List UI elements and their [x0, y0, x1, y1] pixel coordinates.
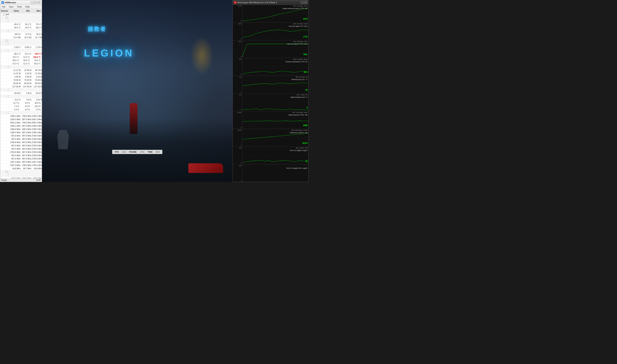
table-row[interactable]: Power Max (PL1) 70.00 W 70.00 W 70.00 W — [0, 78, 42, 82]
expand-icon[interactable]: - — [8, 30, 9, 32]
expand-icon[interactable]: - — [8, 66, 9, 68]
table-row[interactable]: Processor 10.2 % 6.9 % 23.6 % — [0, 98, 42, 101]
table-row[interactable]: ⊕ P-Cores (Max) 76.0 °C 51.0 °C 100.0 °C — [0, 55, 42, 59]
expand-icon[interactable]: - — [6, 171, 8, 173]
table-row[interactable]: E-Core #8 997.6 MHz 897.8 MHz 3790.8 MHz — [0, 157, 42, 160]
graph-stats: Мін: 7106 Макс: 9618 — [293, 112, 308, 113]
table-row[interactable]: P-Core #11 1995.2 MHz 897.8 MHz 4788.5 M… — [0, 124, 42, 128]
ab-close-button[interactable]: ✕ — [304, 1, 307, 4]
menu-help[interactable]: Help — [25, 5, 30, 8]
graph-content: Мін: 7106 Макс: 9618 Завантаження ОЗП, М… — [242, 111, 308, 129]
table-row[interactable]: - 📊 Utilization — [0, 29, 42, 33]
table-row[interactable]: LP-Core #15 1097.3 MHz 798.0 MHz 1795.6 … — [0, 164, 42, 167]
table-row[interactable]: ⊕ LP-Cores (Max) 67.0 °C 51.0 °C 69.0 °C — [0, 62, 42, 65]
table-row[interactable]: E-Core #2 997.6 MHz 897.8 MHz 3790.8 MHz — [0, 137, 42, 141]
graph-content: Мін: 0.0 Макс: 590.9 Енергоспоживання ГП… — [242, 58, 308, 76]
close-button[interactable]: ✕ — [38, 1, 41, 4]
table-row[interactable]: Max Peak Power (... 217.00 W 217.00 W 21… — [0, 85, 42, 88]
afterburner-title: Моніторинг MSI Afterburner v4.6.6 Beta 3 — [237, 1, 277, 4]
table-row[interactable]: P-Core #12 1695.9 MHz 698.3 MHz 4788.5 M… — [0, 128, 42, 131]
graph-content: Мін: 405 Макс: 7901 Частота пам'яті ГПП,… — [242, 40, 308, 58]
table-row[interactable]: - ⬡ Intel(R) AI Boost — [0, 170, 42, 173]
table-row[interactable]: - 🕐 Clocks — [0, 173, 42, 177]
sensor-table[interactable]: - 🖥 NEO16 - ⬡ MTL Leaf_MTH - 🌡 Tem — [0, 13, 42, 178]
graph-y-axis: 200 0 — [233, 164, 242, 182]
table-row[interactable]: LP-Core #14 1097.3 MHz 897.8 MHz 1097.4 … — [0, 160, 42, 164]
table-row[interactable]: E-Core #3 3790.8 MHz 897.8 MHz 3790.9 MH… — [0, 141, 42, 144]
graph-current-value: 6375 — [303, 18, 308, 20]
expand-icon[interactable]: - — [8, 112, 9, 114]
expand-icon[interactable]: - — [8, 174, 9, 176]
graph-row-fps: 200 0 Мін: 4 Макс: 488 Частота кадрів, к… — [233, 147, 308, 164]
expand-icon[interactable]: - — [8, 43, 9, 45]
table-row[interactable]: - 📊 Utilization — [0, 95, 42, 98]
menu-tools[interactable]: Tools — [16, 5, 22, 8]
expand-icon[interactable]: - — [8, 50, 9, 52]
table-row[interactable]: - 〜 Currents — [0, 88, 42, 91]
table-row[interactable]: ⊕ E-Cores (Max) 69.0 °C 50.0 °C 78.0 °C — [0, 59, 42, 62]
table-row[interactable]: P-Core #13 1496.4 MHz 897.8 MHz 4788.4 M… — [0, 131, 42, 134]
table-row[interactable]: ⊕ E-Cores 7.4 % 4.8 % 29.3 % — [0, 105, 42, 108]
graph-content: Мін: 1 Макс: 99 Завантаження ЦП, % 9 — [242, 93, 308, 111]
graph-row-cpu-temp: 100 0 Мін: 43 Макс: 99 Температура ЦП, °… — [233, 76, 308, 93]
table-row[interactable]: System Memory L... 28.0 % 27.0 % 28.0 % — [0, 33, 42, 36]
table-row[interactable]: - 🔋 Powers — [0, 65, 42, 69]
table-row[interactable]: - ⬡ MTL Leaf_MTH — [0, 16, 42, 19]
table-row[interactable]: - ⚡ Voltages — [0, 42, 42, 46]
expand-icon[interactable]: - — [8, 95, 9, 97]
table-row[interactable]: - 🌡 Temperatures — [0, 49, 42, 52]
table-row[interactable]: VR Out 16.05 A 1.40 A 33.51 A — [0, 91, 42, 95]
table-row[interactable]: PCH 59.0 °C 43.0 °C 59.0 °C — [0, 26, 42, 29]
expand-icon[interactable]: - — [3, 13, 5, 15]
table-row[interactable]: Short Power Max ... 85.00 W 85.00 W 85.0… — [0, 82, 42, 85]
expand-icon[interactable]: - — [8, 89, 9, 91]
afterburner-titlebar: M Моніторинг MSI Afterburner v4.6.6 Beta… — [233, 0, 308, 5]
table-row[interactable]: NPU 700.0 MHz 700.0 MHz 700.0 MHz — [0, 177, 42, 178]
table-row[interactable]: IA Cores 11.57 W 5.25 W 27.59 W — [0, 72, 42, 75]
maximize-button[interactable]: □ — [34, 1, 37, 4]
expand-icon[interactable]: - — [6, 40, 8, 42]
ab-window-controls: _ ✕ — [301, 1, 307, 4]
statusbar: Ready NUM — [0, 178, 42, 182]
mech-silhouette — [57, 130, 69, 149]
afterburner-graphs[interactable]: 8192 0 Мін: 240 Макс: 6375 Завантаження … — [233, 5, 308, 182]
minimize-button[interactable]: _ — [31, 1, 34, 4]
table-row[interactable]: P-Core #10 3591.3 MHz 798.0 MHz 5087.9 M… — [0, 121, 42, 124]
table-row[interactable]: Package 21.27 W 14.55 W 38.78 W — [0, 69, 42, 72]
table-row[interactable]: GT 0.00 W 0.00 W 0.24 W — [0, 75, 42, 78]
expand-icon[interactable]: - — [8, 20, 9, 22]
hwmonitor-app-icon: H — [1, 1, 4, 4]
table-row[interactable]: ⊕ LP-Cores 0.3 % 0.2 % 1.0 % — [0, 108, 42, 111]
table-row[interactable]: P-Core #9 1695.9 MHz 897.8 MHz 5087.9 MH… — [0, 118, 42, 121]
table-row[interactable]: P-Core #0 1995.2 MHz 798.0 MHz 4788.4 MH… — [0, 115, 42, 118]
table-row[interactable]: E-Core #5 997.6 MHz 897.8 MHz 3790.9 MHz — [0, 147, 42, 151]
hwmonitor-title: HWMonitor — [5, 1, 16, 4]
table-row[interactable]: Package 68.0 °C 52.0 °C 100.0 °C — [0, 52, 42, 55]
table-row[interactable]: CPU BCLK 99.8 MHz 99.7 MHz 99.8 MHz — [0, 167, 42, 170]
table-row[interactable]: E-Core #7 997.6 MHz 897.8 MHz 3790.8 MHz — [0, 154, 42, 157]
table-row[interactable]: - 🕐 Clocks — [0, 111, 42, 115]
menu-view[interactable]: View — [8, 5, 14, 8]
graph-stats: Мін: 240 Макс: 6375 — [293, 5, 308, 7]
ab-minimize-button[interactable]: _ — [301, 1, 304, 4]
game-area: 拯救者 LEGION FPS 23.0 FRAME 1741 TIME 58.0 — [42, 0, 232, 182]
expand-icon[interactable]: - — [6, 17, 8, 19]
table-row[interactable]: TZ01 69.0 °C 55.0 °C 75.0 °C — [0, 23, 42, 26]
table-row[interactable]: VID (Max) 1.032 V 0.652 V 1.270 V — [0, 46, 42, 49]
table-row[interactable]: ⊕ P-Cores 13.7 % 8.4 % 30.8 % — [0, 101, 42, 105]
graph-current-value: 7901 — [303, 53, 308, 55]
table-row[interactable]: - 🌡 Temperatures — [0, 19, 42, 23]
graph-row-vram: 16384 0 Мін: 8491 Макс: 18134 Виділена п… — [233, 129, 308, 147]
graph-y-axis: 100 0 — [233, 76, 242, 93]
table-row[interactable]: Available System ... 22.4 GB 22.4 GB 22.… — [0, 36, 42, 39]
hwmonitor-window-controls: _ □ ✕ — [31, 1, 41, 4]
table-row[interactable]: - 🖥 NEO16 — [0, 13, 42, 16]
table-row[interactable]: E-Core #1 997.6 MHz 897.8 MHz 3790.9 MHz — [0, 134, 42, 137]
table-row[interactable]: - ⬡ Intel Core Ultra 9 185H — [0, 39, 42, 42]
table-row[interactable]: E-Core #4 997.6 MHz 897.8 MHz 3790.9 MHz — [0, 144, 42, 147]
graph-y-axis: 7500 0 — [233, 40, 242, 58]
table-row[interactable]: E-Core #6 3790.8 MHz 997.5 MHz 3790.8 MH… — [0, 151, 42, 154]
graph-y-axis: 16384 0 — [233, 111, 242, 129]
frame-label: FRAME — [129, 151, 137, 153]
menu-file[interactable]: File — [1, 5, 6, 8]
